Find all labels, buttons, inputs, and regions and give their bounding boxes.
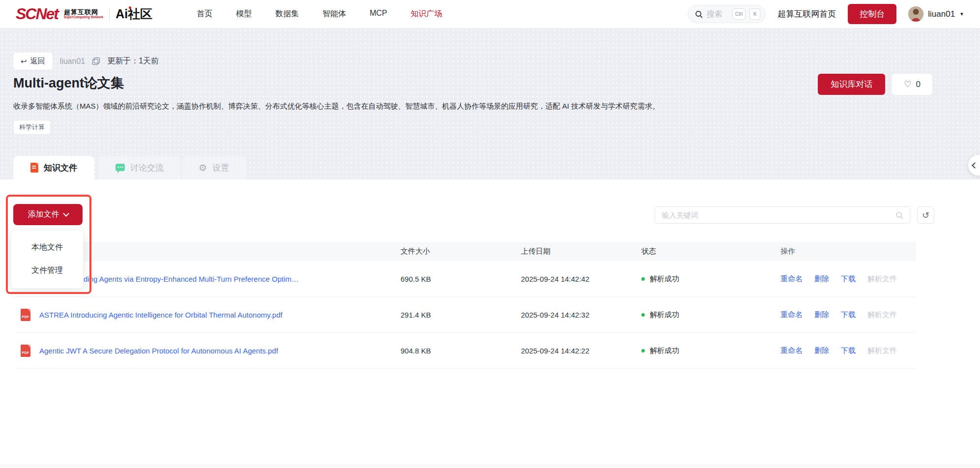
description: 收录多智能体系统（MAS）领域的前沿研究论文，涵盖协作机制、博弈决策、分布式优化…: [13, 102, 936, 111]
file-size: 904.8 KB: [401, 347, 521, 355]
page-title: Multi-agent论文集: [13, 74, 124, 92]
chat-icon: [115, 164, 125, 171]
avatar-image: [908, 6, 923, 22]
nav-item-knowledge-plaza[interactable]: 知识广场: [411, 9, 442, 19]
file-link[interactable]: Agentic JWT A Secure Delegation Protocol…: [39, 347, 278, 355]
header-upload-date: 上传日期: [521, 247, 641, 256]
heart-icon: ♡: [904, 80, 911, 88]
like-button[interactable]: ♡ 0: [892, 74, 932, 95]
delete-action[interactable]: 删除: [814, 274, 829, 284]
upload-date: 2025-09-24 14:42:22: [521, 347, 641, 355]
files-table: 文件大小 上传日期 状态 操作 ding Agents via Entropy-…: [15, 242, 916, 369]
status-badge: 解析成功: [641, 274, 780, 284]
scnet-logo[interactable]: SCNet 超算互联网 SuperComputing Network: [16, 5, 103, 23]
scnet-logo-text: SCNet: [16, 5, 58, 23]
nav-item-agents[interactable]: 智能体: [322, 9, 346, 19]
delete-action[interactable]: 删除: [814, 310, 829, 320]
back-button[interactable]: ↩ 返回: [13, 53, 53, 70]
portal-home-link[interactable]: 超算互联网首页: [778, 8, 836, 20]
document-icon: [30, 163, 38, 173]
chevron-down-icon: ▼: [959, 11, 964, 17]
rename-action[interactable]: 重命名: [780, 310, 803, 320]
ai-community-logo[interactable]: Ai社区: [115, 6, 152, 22]
nav-item-mcp[interactable]: MCP: [370, 9, 387, 19]
search-icon: [895, 211, 903, 219]
knowledge-files-panel: 添加文件 ↺ 文件大小 上传日期 状态 操作 ding Agents via E…: [0, 179, 980, 468]
parse-action: 解析文件: [867, 274, 897, 284]
download-action[interactable]: 下载: [841, 310, 856, 320]
footer-strip: [0, 465, 980, 468]
keyword-search[interactable]: [655, 206, 910, 224]
gear-icon: ⚙: [199, 163, 207, 173]
table-header: 文件大小 上传日期 状态 操作: [15, 242, 916, 261]
tab-knowledge-files[interactable]: 知识文件: [13, 156, 94, 179]
global-search[interactable]: Ctrl K: [688, 5, 766, 23]
back-arrow-icon: ↩: [21, 57, 27, 66]
upload-date: 2025-09-24 14:42:32: [521, 311, 641, 319]
download-action[interactable]: 下载: [841, 274, 856, 284]
dropdown-item-file-manage[interactable]: 文件管理: [11, 259, 83, 282]
breadcrumb: ↩ 返回 liuan01 更新于：1天前: [13, 53, 159, 70]
navbar: SCNet 超算互联网 SuperComputing Network Ai社区 …: [0, 0, 980, 28]
search-icon: [695, 10, 703, 18]
refresh-icon: ↺: [922, 211, 929, 220]
scnet-logo-subtitle: 超算互联网 SuperComputing Network: [64, 9, 103, 19]
global-search-input[interactable]: [707, 10, 728, 19]
knowledge-base-header: ↩ 返回 liuan01 更新于：1天前 Multi-agent论文集 知识库对…: [0, 28, 980, 179]
status-dot: [641, 313, 645, 317]
status-badge: 解析成功: [641, 346, 780, 355]
header-status: 状态: [641, 247, 780, 256]
avatar: [908, 6, 923, 22]
user-menu[interactable]: liuan01 ▼: [908, 6, 964, 22]
k-key-badge: K: [749, 8, 760, 20]
file-size: 291.4 KB: [401, 311, 521, 319]
status-badge: 解析成功: [641, 310, 780, 320]
upload-date: 2025-09-24 14:42:42: [521, 275, 641, 283]
user-name: liuan01: [928, 9, 955, 19]
dropdown-item-local-file[interactable]: 本地文件: [11, 236, 83, 259]
status-dot: [641, 349, 645, 352]
header-actions: 知识库对话 ♡ 0: [818, 74, 932, 95]
add-file-dropdown: 本地文件 文件管理: [11, 230, 84, 289]
owner-name: liuan01: [60, 57, 86, 66]
file-link[interactable]: ding Agents via Entropy-Enhanced Multi-T…: [84, 275, 299, 283]
rename-action[interactable]: 重命名: [780, 346, 803, 355]
file-size: 690.5 KB: [401, 275, 521, 283]
like-count: 0: [916, 80, 921, 89]
table-row: ding Agents via Entropy-Enhanced Multi-T…: [15, 261, 916, 297]
rename-action[interactable]: 重命名: [780, 274, 803, 284]
main-nav: 首页 模型 数据集 智能体 MCP 知识广场: [197, 9, 442, 19]
copy-icon[interactable]: [92, 58, 100, 65]
knowledge-chat-button[interactable]: 知识库对话: [818, 74, 885, 95]
logo-divider: [109, 8, 110, 21]
pdf-icon: [21, 345, 30, 357]
nav-item-home[interactable]: 首页: [197, 9, 212, 19]
nav-item-models[interactable]: 模型: [236, 9, 252, 19]
console-button[interactable]: 控制台: [848, 4, 896, 24]
keyword-search-input[interactable]: [662, 211, 895, 219]
tab-bar: 知识文件 讨论交流 ⚙ 设置: [13, 156, 246, 179]
pdf-icon: [21, 309, 30, 321]
tab-discussion[interactable]: 讨论交流: [98, 156, 181, 179]
refresh-button[interactable]: ↺: [917, 206, 934, 224]
add-file-button[interactable]: 添加文件: [13, 204, 83, 225]
updated-time: 更新于：1天前: [107, 56, 159, 66]
category-tag: 科学计算: [13, 120, 51, 135]
file-link[interactable]: ASTREA Introducing Agentic Intelligence …: [39, 311, 283, 319]
header-actions: 操作: [780, 247, 916, 256]
table-row: ASTREA Introducing Agentic Intelligence …: [15, 297, 916, 333]
chevron-left-icon: [972, 162, 978, 169]
nav-item-datasets[interactable]: 数据集: [275, 9, 299, 19]
header-filesize: 文件大小: [401, 247, 521, 256]
status-dot: [641, 277, 645, 281]
navbar-right: Ctrl K 超算互联网首页 控制台 liuan01 ▼: [688, 4, 964, 24]
delete-action[interactable]: 删除: [814, 346, 829, 355]
table-row: Agentic JWT A Secure Delegation Protocol…: [15, 333, 916, 369]
parse-action: 解析文件: [867, 310, 897, 320]
ctrl-key-badge: Ctrl: [732, 8, 746, 20]
chevron-down-icon: [63, 210, 69, 217]
tab-settings[interactable]: ⚙ 设置: [181, 156, 246, 179]
parse-action: 解析文件: [867, 346, 897, 355]
download-action[interactable]: 下载: [841, 346, 856, 355]
